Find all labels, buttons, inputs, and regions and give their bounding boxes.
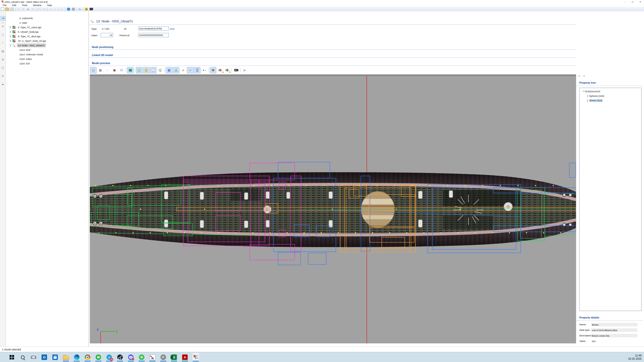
solid-wire-view-icon[interactable]: ◼ <box>111 67 118 73</box>
tree-item[interactable]: ❯ 5: Uboat7_body.tga <box>6 29 88 34</box>
tree-item[interactable]: 0: AuthorInfo <box>6 16 88 20</box>
show-spheres-icon[interactable]: S <box>217 67 223 73</box>
menu-help[interactable]: Help <box>44 4 55 7</box>
shape-filter-icon[interactable]: ▰ <box>0 83 6 86</box>
property-undo-icon[interactable]: ↶ <box>578 75 581 78</box>
tree-item[interactable]: 1213: End <box>6 48 88 52</box>
property-tree-item-boxes[interactable]: ❯ Boxes [110] <box>587 99 602 102</box>
new-file-icon[interactable] <box>0 7 5 11</box>
expander-icon[interactable]: ❯ <box>9 35 12 37</box>
expander-icon[interactable]: ❯ <box>9 39 12 42</box>
tree-item[interactable]: 1216: Eof <box>6 61 88 66</box>
excel-icon[interactable]: X <box>171 353 177 361</box>
id-field[interactable]: 0x2c40a8e903c2f7b5 <box>138 26 169 31</box>
steam-icon[interactable] <box>117 353 123 361</box>
property-tree-box[interactable]: ❯ SH3ZonesCtrl ❯ Spheres [192] ❯ Boxes [… <box>579 88 641 311</box>
play-animation-icon[interactable]: ▶ <box>242 67 248 73</box>
expander-icon[interactable]: ❯ <box>587 99 589 102</box>
orientation-cube-icon[interactable]: ◈ <box>180 67 186 73</box>
phone-icon[interactable]: ☎ <box>138 353 145 361</box>
grid-toggle-icon[interactable]: ▦ <box>166 67 172 73</box>
filter-all-button[interactable]: All <box>1 16 6 21</box>
move-up-icon[interactable]: ↑ <box>49 7 53 11</box>
tree-item[interactable]: ❯ 10: U_Type7_body_02.tga <box>6 38 88 43</box>
clip-plane-icon[interactable]: ▰ <box>187 67 193 73</box>
label-filter-icon[interactable]: A <box>0 74 6 77</box>
section-linked-3d-model[interactable]: Linked 3D model <box>92 54 113 57</box>
points-view-icon[interactable]: ∷ <box>104 67 111 73</box>
expander-icon[interactable]: ❯ <box>9 30 12 33</box>
parent-id-field[interactable]: 0x0000000000000000 <box>138 33 169 37</box>
section-model-preview[interactable]: Model preview <box>92 62 110 65</box>
model-filter-icon[interactable]: ◻ <box>0 33 6 36</box>
discord-icon[interactable] <box>128 353 134 361</box>
new-id-link[interactable]: New <box>170 27 175 30</box>
chrome-icon[interactable] <box>84 353 91 361</box>
menu-edit[interactable]: Edit <box>9 4 19 7</box>
section-node-positioning[interactable]: Node positioning <box>92 46 113 49</box>
find-icon[interactable]: ▯ <box>60 7 64 11</box>
close-button[interactable]: ✕ <box>636 0 644 4</box>
minimize-button[interactable]: – <box>621 0 629 4</box>
search-icon[interactable] <box>19 353 26 361</box>
back-icon[interactable]: ← <box>66 7 71 11</box>
picpick-icon[interactable]: P <box>160 353 167 361</box>
info-filter-icon[interactable]: ⓘ <box>0 66 6 70</box>
expander-icon[interactable]: ❯ <box>9 26 12 28</box>
forward-icon[interactable]: → <box>71 7 75 11</box>
expander-open-icon[interactable]: ❯ <box>583 90 585 93</box>
property-redo-icon[interactable]: ↷ <box>583 75 585 78</box>
index-field[interactable]: 13 <box>101 33 113 37</box>
menu-file[interactable]: File <box>0 4 9 7</box>
solid-view-icon[interactable]: ◻ <box>90 67 97 73</box>
tree-item[interactable]: ❯ 2: Type_7C_camo.tga <box>6 25 88 29</box>
tree-item[interactable]: 1215: Index <box>6 57 88 61</box>
sim-controller-icon[interactable] <box>89 7 93 11</box>
start-button-icon[interactable] <box>9 353 15 361</box>
node-filter-icon[interactable]: ∗ <box>0 25 6 28</box>
property-tree-root[interactable]: ❯ SH3ZonesCtrl <box>583 90 600 93</box>
tree-item-selected[interactable]: ❯ 13: Node - NSS_Uboat7c <box>6 43 88 48</box>
text-filter-icon[interactable]: ≣ <box>0 58 6 61</box>
move-down-icon[interactable]: ↓ <box>53 7 58 11</box>
show-model-icon[interactable] <box>210 67 216 73</box>
save-icon[interactable] <box>10 7 14 11</box>
material-filter-icon[interactable]: ∷ <box>0 41 6 44</box>
wireframe-view-icon[interactable]: ▦ <box>97 67 104 73</box>
reset-origin-icon[interactable]: x=0y=0z=0 <box>194 67 200 73</box>
menu-window[interactable]: Window <box>30 4 44 7</box>
light-diffuse-icon[interactable] <box>143 67 149 73</box>
property-tree-item-spheres[interactable]: ❯ Spheres [192] <box>587 95 604 97</box>
maximize-button[interactable]: ▢ <box>629 0 636 4</box>
expander-icon[interactable]: ❯ <box>9 44 12 47</box>
tree-item[interactable]: 1214: Unknown chunk <box>6 52 88 57</box>
cut-icon[interactable]: ✂ <box>16 7 21 11</box>
acrobat-icon[interactable]: A <box>182 353 188 361</box>
silent-3ditor-icon[interactable] <box>192 353 199 361</box>
camera-view-icon[interactable] <box>233 67 239 73</box>
view-list-icon[interactable]: ≡▾ <box>78 7 82 11</box>
telegram-icon[interactable]: ➤36 <box>106 353 112 361</box>
tree-item[interactable]: ❯ 8: Type_7C_deck.tga <box>6 34 88 38</box>
axes-toggle-icon[interactable] <box>173 67 179 73</box>
file-explorer-icon[interactable] <box>63 353 69 361</box>
show-rotation-icon[interactable]: ↻ <box>224 67 230 73</box>
redo-icon[interactable]: ↷▾ <box>42 7 46 11</box>
light-specular-icon[interactable] <box>150 67 156 73</box>
texture-filter-icon[interactable]: ▨ <box>0 50 6 53</box>
tree-item[interactable]: 1: Start <box>6 20 88 25</box>
light-extra-icon[interactable] <box>157 67 164 73</box>
render-goggles-icon[interactable]: G <box>84 7 89 11</box>
whatsapp-icon[interactable]: ☎ <box>95 353 102 361</box>
taskbar-clock[interactable]: 11:48 02.02.2026 <box>628 352 641 362</box>
photos-icon[interactable] <box>149 353 156 361</box>
menu-tools[interactable]: Tools <box>19 4 30 7</box>
copy-icon[interactable]: ⧉ <box>21 7 25 11</box>
undo-icon[interactable]: ↶▾ <box>37 7 42 11</box>
bbox-view-icon[interactable]: ⊡ <box>118 67 125 73</box>
texture-toggle-icon[interactable] <box>127 67 134 73</box>
expander-icon[interactable]: ❯ <box>587 95 589 97</box>
store-icon[interactable] <box>52 353 58 361</box>
delete-icon[interactable]: ✕ <box>31 7 35 11</box>
shading-mode-icon[interactable]: ◐▾ <box>201 67 208 73</box>
